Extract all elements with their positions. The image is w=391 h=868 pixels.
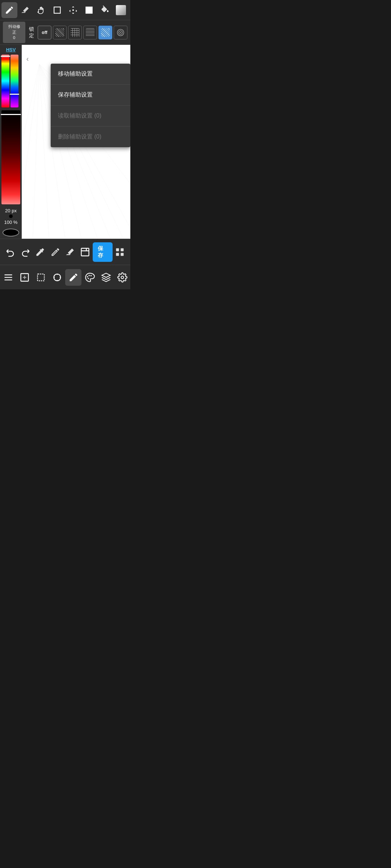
eraser-tool-button[interactable] [17,2,33,18]
symmetry-grid-button[interactable] [68,26,82,39]
svg-point-31 [88,275,90,276]
nav-bar [0,265,130,289]
jitter-label: 抖动修正 [8,24,20,34]
jitter-value: 0 [13,35,15,40]
top-toolbar [0,0,130,20]
delete-settings-menu-item: 删除辅助设置 (0) [51,127,130,147]
lock-symmetry-bar: 抖动修正 0 锁定 off [0,20,130,45]
symmetry-horizontal-button[interactable] [83,26,97,39]
hand-tool-button[interactable] [33,2,49,18]
svg-point-32 [90,275,92,276]
svg-rect-22 [121,253,124,256]
svg-rect-18 [81,248,89,256]
select-tool-button[interactable] [49,2,65,18]
gradient-tool-button[interactable] [113,2,129,18]
symmetry-radial-button[interactable] [114,26,127,39]
svg-rect-27 [37,274,44,281]
nav-palette-button[interactable] [81,269,98,286]
size-label[interactable]: 20 px [5,208,17,213]
size-dot-area[interactable] [9,213,13,220]
svg-point-4 [120,32,121,33]
svg-rect-19 [116,248,119,251]
save-button[interactable]: 保存 [93,242,113,262]
dropdown-menu: 移动辅助设置 保存辅助设置 读取辅助设置 (0) 删除辅助设置 (0) [51,64,130,147]
svg-rect-1 [85,7,93,14]
move-tool-button[interactable] [65,2,81,18]
redo-button[interactable] [18,244,33,260]
svg-line-8 [39,64,49,239]
svg-point-29 [88,278,89,279]
move-settings-menu-item[interactable]: 移动辅助设置 [51,64,130,85]
nav-layers-button[interactable] [98,269,114,286]
symmetry-buttons: off [38,26,127,39]
collapse-panel-button[interactable]: ‹ [22,54,33,64]
toolbar-expand-button[interactable] [129,2,130,18]
apps-button[interactable] [113,244,127,260]
nav-settings-button[interactable] [114,269,130,286]
symmetry-diagonal-button[interactable] [53,26,67,39]
svg-point-33 [121,276,123,278]
svg-rect-21 [116,253,119,256]
eraser2-button[interactable] [63,244,77,260]
brightness-slider[interactable] [1,110,20,204]
hue-slider[interactable] [1,55,9,107]
color-swatch[interactable] [3,229,19,237]
svg-rect-0 [54,7,60,13]
hsv-label[interactable]: HSV [6,47,16,52]
svg-point-30 [87,276,88,277]
save-settings-menu-item[interactable]: 保存辅助设置 [51,85,130,106]
dropper-button[interactable] [33,244,48,260]
pen-tool-button[interactable] [1,2,17,18]
pen2-button[interactable] [48,244,63,260]
nav-transform-button[interactable] [49,269,65,286]
load-settings-menu-item: 读取辅助设置 (0) [51,106,130,127]
size-dot [9,214,13,218]
svg-rect-20 [121,248,124,251]
opacity-label[interactable]: 100 % [4,220,18,225]
svg-line-7 [33,64,39,239]
symmetry-more-button[interactable]: ⋮ [130,27,130,38]
nav-selection-button[interactable] [33,269,49,286]
symmetry-active-button[interactable] [98,26,112,39]
nav-canvas-button[interactable] [16,269,33,286]
left-color-panel: HSV 20 px 100 % [0,45,22,239]
value-slider[interactable] [10,55,18,107]
undo-button[interactable] [3,244,18,260]
brightness-area [1,110,20,204]
symmetry-off-label: off [42,30,47,35]
svg-point-28 [54,274,60,281]
fill-tool-button[interactable] [81,2,97,18]
bucket-tool-button[interactable] [97,2,113,18]
nav-pen-button[interactable] [65,269,81,286]
export-button[interactable] [77,244,92,260]
jitter-button[interactable]: 抖动修正 0 [3,22,25,43]
symmetry-off-button[interactable]: off [38,26,51,39]
color-sliders[interactable] [1,55,20,107]
nav-menu-button[interactable] [0,269,16,286]
lock-label: 锁定 [29,26,34,39]
bottom-toolbar: 保存 [0,239,130,265]
